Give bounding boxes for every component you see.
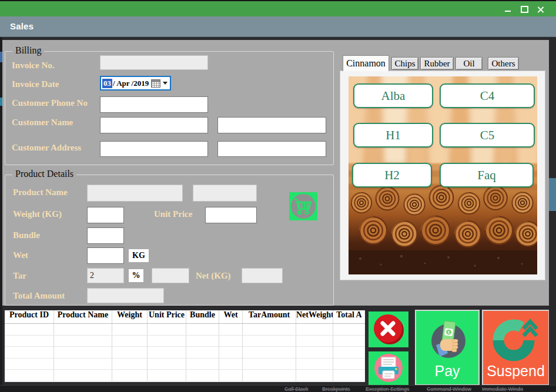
maximize-icon (521, 6, 528, 13)
pay-button[interactable]: $ Pay (415, 310, 480, 386)
grid-header-wet[interactable]: Wet (219, 310, 243, 323)
close-button[interactable] (536, 5, 545, 14)
percent-unit-chip: % (129, 269, 143, 282)
ide-bottom-bar: Call Stack Breakpoints Exception Setting… (0, 385, 556, 392)
ide-panel-tab: Breakpoints (322, 386, 350, 392)
product-name-field-1 (87, 185, 183, 202)
chevron-down-icon[interactable] (163, 82, 168, 85)
minimize-button[interactable] (503, 5, 513, 14)
product-button-c5[interactable]: C5 (440, 123, 535, 148)
weight-field[interactable] (87, 207, 124, 223)
tab-chips[interactable]: Chips (391, 57, 418, 70)
pay-icon: $ (416, 314, 478, 367)
product-button-h1[interactable]: H1 (353, 123, 433, 148)
page-title: Sales (10, 21, 34, 31)
net-weight-field (242, 268, 283, 283)
grid-header-weight[interactable]: Weight (112, 310, 148, 323)
grid-header-row: Product ID Product Name Weight Unit Pric… (5, 310, 365, 324)
bundle-field[interactable] (87, 227, 124, 244)
date-rest-segment[interactable]: / Apr /2019 (113, 79, 149, 88)
weight-label: Weight (KG) (13, 209, 62, 219)
ide-panel-tab: Immediate Windo (482, 386, 523, 392)
grid-header-product-name[interactable]: Product Name (54, 310, 112, 323)
suspend-icon (483, 314, 548, 368)
grid-header-bundle[interactable]: Bundle (186, 310, 219, 323)
product-name-label: Product Name (13, 187, 68, 197)
total-amount-label: Total Amount (13, 291, 65, 301)
ide-panel-tab: Command Window (427, 386, 471, 392)
close-icon (537, 6, 544, 13)
ide-panel-tab: Exception Settings (366, 386, 410, 392)
customer-address-label: Customer Address (12, 143, 81, 153)
grid-header-tar-amount[interactable]: TarAmount (243, 310, 296, 323)
header-bar: Sales (0, 16, 556, 37)
ide-left-remnant (0, 98, 2, 106)
grid-empty-row[interactable] (5, 347, 365, 359)
product-name-field-2 (193, 185, 257, 202)
pay-label: Pay (416, 363, 478, 380)
product-button-h2[interactable]: H2 (352, 163, 432, 187)
customer-phone-label: Customer Phone No (12, 98, 88, 108)
tar-percent-field (87, 268, 124, 283)
customer-phone-field[interactable] (100, 96, 208, 113)
tar-amount-field (152, 268, 189, 283)
customer-name-label: Customer Name (12, 118, 73, 128)
product-button-faq[interactable]: Faq (440, 163, 534, 187)
ide-selection-remnant (549, 178, 556, 211)
tab-others[interactable]: Others (488, 57, 519, 70)
cart-icon (289, 192, 317, 220)
kg-unit-chip: KG (129, 249, 149, 262)
sales-window: Sales Billing Invoice No. Invoice Date 0… (0, 0, 556, 392)
product-button-c4[interactable]: C4 (440, 83, 535, 108)
customer-address-field-2[interactable] (217, 141, 326, 157)
suspend-button[interactable]: Suspend (482, 310, 550, 386)
ide-panel-tab: Call Stack (284, 386, 309, 392)
invoice-date-picker[interactable]: 03 / Apr /2019 (100, 76, 171, 91)
grid-header-product-id[interactable]: Product ID (5, 310, 54, 323)
customer-name-field-2[interactable] (217, 117, 326, 133)
product-details-group-title: Product Details (12, 169, 76, 179)
titlebar (0, 0, 556, 16)
grid-empty-row[interactable] (5, 359, 365, 370)
print-icon (369, 351, 408, 385)
minimize-icon (505, 11, 511, 12)
calendar-icon (151, 79, 160, 88)
grid-header-unit-price[interactable]: Unit Price (148, 310, 186, 323)
grid-header-total-amount[interactable]: Total A (333, 310, 365, 323)
customer-name-field-1[interactable] (100, 117, 208, 133)
invoice-date-label: Invoice Date (12, 79, 59, 89)
wet-label: Wet (13, 250, 28, 260)
maximize-button[interactable] (520, 5, 529, 14)
add-to-cart-button[interactable] (289, 192, 317, 220)
invoice-no-label: Invoice No. (12, 61, 55, 71)
total-amount-field (87, 288, 164, 303)
invoice-no-field (100, 55, 208, 70)
tab-oil[interactable]: Oil (455, 57, 483, 70)
wet-field[interactable] (87, 247, 124, 264)
cancel-button[interactable] (369, 311, 408, 347)
grid-empty-row[interactable] (5, 324, 365, 336)
ide-background-strip: ls es n l re er p (549, 37, 556, 385)
unit-price-label: Unit Price (154, 209, 192, 219)
tab-cinnamon[interactable]: Cinnamon (343, 55, 389, 71)
cancel-icon (369, 311, 408, 347)
suspend-label: Suspend (483, 363, 548, 380)
billing-group-title: Billing (12, 45, 44, 56)
unit-price-field[interactable] (205, 207, 257, 223)
print-button[interactable] (369, 351, 408, 385)
net-kg-label: Net (KG) (196, 271, 231, 281)
sales-items-grid: Product ID Product Name Weight Unit Pric… (5, 310, 365, 382)
tar-label: Tar (13, 271, 26, 281)
grid-empty-row[interactable] (5, 336, 365, 347)
grid-header-net-weight[interactable]: NetWeight (296, 310, 333, 323)
product-button-alba[interactable]: Alba (353, 83, 433, 108)
bundle-label: Bundle (13, 230, 40, 240)
tab-rubber[interactable]: Rubber (420, 57, 454, 70)
customer-address-field-1[interactable] (100, 141, 208, 157)
grid-empty-row[interactable] (5, 370, 365, 381)
ide-left-remnant (0, 52, 2, 62)
date-day-segment[interactable]: 03 (102, 79, 112, 88)
